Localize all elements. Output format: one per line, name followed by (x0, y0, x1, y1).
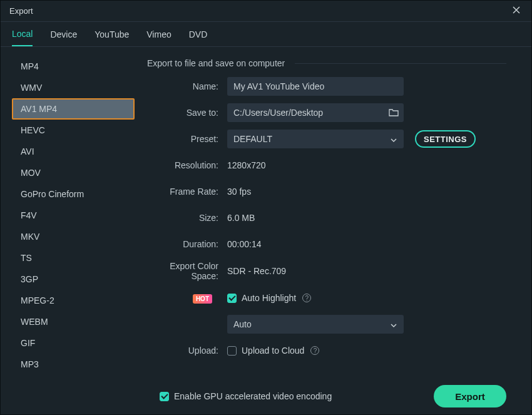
format-item[interactable]: WMV (12, 77, 135, 98)
auto-highlight-checkbox[interactable] (227, 294, 237, 303)
format-item[interactable]: MP4 (12, 56, 135, 77)
divider (295, 63, 506, 64)
framerate-label: Frame Rate: (147, 187, 227, 197)
export-dialog: Export LocalDeviceYouTubeVimeoDVD MP4WMV… (0, 0, 532, 415)
section-title: Export to file and save on computer (147, 58, 285, 68)
format-item[interactable]: MOV (12, 162, 135, 183)
format-item[interactable]: MKV (12, 226, 135, 247)
footer: Enable GPU accelerated video encoding Ex… (1, 378, 531, 414)
format-item[interactable]: TS (12, 247, 135, 269)
window-title: Export (9, 6, 33, 16)
upload-cloud-checkbox[interactable] (227, 346, 237, 356)
chevron-down-icon (390, 320, 397, 328)
framerate-value: 30 fps (227, 187, 251, 197)
highlight-mode-value: Auto (233, 319, 252, 329)
gpu-label: Enable GPU accelerated video encoding (174, 391, 332, 401)
tab-dvd[interactable]: DVD (189, 23, 208, 46)
preset-label: Preset: (147, 134, 227, 144)
format-item[interactable]: MP3 (12, 354, 135, 375)
tab-bar: LocalDeviceYouTubeVimeoDVD (1, 22, 531, 47)
export-button[interactable]: Export (434, 385, 506, 407)
format-item[interactable]: 3GP (12, 269, 135, 290)
folder-icon[interactable] (389, 108, 399, 117)
colorspace-label: Export Color Space: (147, 261, 227, 281)
dialog-body: MP4WMVAV1 MP4HEVCAVIMOVGoPro CineformF4V… (1, 47, 531, 379)
tab-youtube[interactable]: YouTube (95, 23, 129, 46)
settings-button[interactable]: SETTINGS (415, 130, 476, 148)
format-item[interactable]: WEBM (12, 311, 135, 332)
format-item[interactable]: GIF (12, 332, 135, 354)
colorspace-value: SDR - Rec.709 (227, 266, 286, 276)
upload-cloud-label: Upload to Cloud (242, 346, 304, 356)
auto-highlight-label: Auto Highlight (242, 293, 296, 303)
tab-device[interactable]: Device (50, 23, 77, 46)
preset-value: DEFAULT (233, 134, 272, 144)
hot-badge: HOT (193, 294, 212, 304)
resolution-value: 1280x720 (227, 160, 266, 170)
format-item[interactable]: GoPro Cineform (12, 183, 135, 205)
format-item[interactable]: F4V (12, 205, 135, 226)
gpu-option: Enable GPU accelerated video encoding (160, 391, 332, 401)
duration-label: Duration: (147, 239, 227, 249)
help-icon[interactable]: ? (310, 346, 319, 355)
size-value: 6.0 MB (227, 213, 255, 223)
gpu-checkbox[interactable] (160, 392, 169, 401)
titlebar: Export (1, 1, 531, 22)
format-item[interactable]: MPEG-2 (12, 290, 135, 311)
saveto-label: Save to: (147, 108, 227, 118)
chevron-down-icon (390, 135, 397, 143)
format-item[interactable]: AV1 MP4 (12, 98, 135, 120)
format-item[interactable]: AVI (12, 141, 135, 162)
section-header: Export to file and save on computer (147, 58, 506, 68)
close-icon[interactable] (510, 6, 523, 17)
format-item[interactable]: HEVC (12, 120, 135, 141)
preset-select[interactable]: DEFAULT (227, 130, 404, 148)
duration-value: 00:00:14 (227, 239, 262, 249)
resolution-label: Resolution: (147, 160, 227, 170)
tab-vimeo[interactable]: Vimeo (146, 23, 171, 46)
name-label: Name: (147, 81, 227, 91)
format-sidebar: MP4WMVAV1 MP4HEVCAVIMOVGoPro CineformF4V… (1, 47, 125, 379)
highlight-mode-select[interactable]: Auto (227, 315, 404, 334)
help-icon[interactable]: ? (302, 294, 311, 302)
size-label: Size: (147, 213, 227, 223)
saveto-box: C:/Users/User/Desktop (227, 103, 404, 122)
saveto-path: C:/Users/User/Desktop (233, 108, 384, 118)
upload-label: Upload: (147, 346, 227, 356)
main-panel: Export to file and save on computer Name… (125, 47, 531, 379)
name-input[interactable] (227, 77, 404, 96)
tab-local[interactable]: Local (12, 23, 33, 46)
